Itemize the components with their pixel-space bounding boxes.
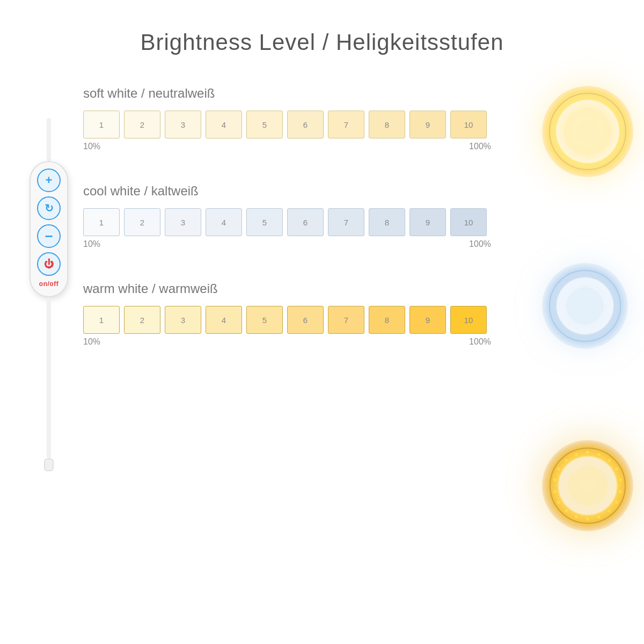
cool-white-min-percent: 10%: [83, 239, 100, 249]
cool-white-ring-outer: [542, 263, 628, 349]
warm-white-ring: [542, 440, 633, 531]
level-box: 7: [328, 208, 364, 236]
warm-white-percent-row: 10% 100%: [83, 337, 491, 347]
level-box: 10: [450, 306, 487, 334]
level-box: 5: [246, 208, 283, 236]
led-dot: [597, 515, 601, 518]
level-box: 1: [83, 111, 120, 138]
page-title: Brightness Level / Heligkeitsstufen: [0, 0, 644, 55]
soft-white-section: soft white / neutralweiß 1 2 3 4 5 6 7 8…: [83, 86, 555, 151]
led-dot: [615, 501, 618, 504]
warm-white-label: warm white / warmweiß: [83, 281, 555, 296]
led-dots: [542, 440, 633, 531]
level-box: 5: [246, 111, 283, 138]
brightness-up-button[interactable]: +: [37, 169, 61, 192]
level-box: 2: [124, 208, 160, 236]
cable-top: [47, 118, 51, 161]
led-dot: [615, 467, 618, 471]
level-box: 10: [450, 111, 487, 138]
level-box: 6: [287, 306, 324, 334]
level-box: 5: [246, 306, 283, 334]
soft-white-ring: [542, 86, 633, 177]
level-box: 4: [206, 306, 242, 334]
level-box: 8: [369, 111, 405, 138]
cool-white-max-percent: 100%: [469, 239, 491, 249]
level-box: 3: [165, 208, 201, 236]
cable-bottom: [47, 297, 51, 458]
level-box: 6: [287, 111, 324, 138]
power-icon: ⏻: [44, 259, 54, 269]
level-box: 9: [409, 208, 446, 236]
cool-white-section: cool white / kaltweiß 1 2 3 4 5 6 7 8 9 …: [83, 184, 555, 249]
soft-white-percent-row: 10% 100%: [83, 142, 491, 151]
level-box: 4: [206, 111, 242, 138]
remote-control: + ↻ − ⏻ on/off: [30, 118, 68, 471]
level-box: 3: [165, 111, 201, 138]
level-box: 2: [124, 111, 160, 138]
level-box: 6: [287, 208, 324, 236]
warm-white-ring-outer: [542, 440, 633, 531]
led-dot: [608, 459, 611, 462]
level-box: 10: [450, 208, 487, 236]
cool-white-ring: [542, 263, 633, 354]
led-dot: [557, 501, 560, 504]
soft-white-min-percent: 10%: [83, 142, 100, 151]
soft-white-levels: 1 2 3 4 5 6 7 8 9 10: [83, 111, 555, 138]
level-box: 8: [369, 208, 405, 236]
warm-white-min-percent: 10%: [83, 337, 100, 347]
cool-white-label: cool white / kaltweiß: [83, 184, 555, 199]
soft-white-max-percent: 100%: [469, 142, 491, 151]
power-button[interactable]: ⏻: [37, 252, 61, 276]
cycle-icon: ↻: [45, 203, 54, 214]
level-box: 8: [369, 306, 405, 334]
level-box: 9: [409, 111, 446, 138]
soft-white-ring-outer: [542, 86, 633, 177]
on-off-label: on/off: [39, 280, 58, 288]
led-dot: [557, 467, 560, 471]
cool-white-levels: 1 2 3 4 5 6 7 8 9 10: [83, 208, 555, 236]
warm-white-ring-light: [542, 440, 633, 531]
led-dot: [586, 517, 589, 521]
led-dot: [553, 490, 557, 493]
brightness-down-button[interactable]: −: [37, 224, 61, 248]
mode-cycle-button[interactable]: ↻: [37, 196, 61, 220]
cool-white-ring-light: [542, 263, 633, 354]
level-box: 1: [83, 306, 120, 334]
led-dot: [619, 478, 622, 481]
warm-white-section: warm white / warmweiß 1 2 3 4 5 6 7 8 9 …: [83, 281, 555, 347]
led-dot: [586, 451, 589, 454]
led-dot: [565, 509, 568, 513]
level-box: 1: [83, 208, 120, 236]
level-box: 9: [409, 306, 446, 334]
remote-body: + ↻ − ⏻ on/off: [30, 161, 68, 297]
warm-white-levels: 1 2 3 4 5 6 7 8 9 10: [83, 306, 555, 334]
led-dot: [619, 490, 622, 493]
led-dot: [608, 509, 611, 513]
level-box: 7: [328, 111, 364, 138]
led-dot: [597, 453, 601, 456]
level-box: 2: [124, 306, 160, 334]
warm-white-max-percent: 100%: [469, 337, 491, 347]
main-content: soft white / neutralweiß 1 2 3 4 5 6 7 8…: [83, 86, 555, 379]
soft-white-ring-light: [542, 86, 633, 177]
cool-white-percent-row: 10% 100%: [83, 239, 491, 249]
level-box: 4: [206, 208, 242, 236]
level-box: 7: [328, 306, 364, 334]
led-dot: [575, 453, 578, 456]
soft-white-label: soft white / neutralweiß: [83, 86, 555, 101]
level-box: 3: [165, 306, 201, 334]
plus-icon: +: [46, 174, 53, 186]
led-dot: [553, 478, 557, 481]
cable-plug: [44, 458, 54, 471]
led-dot: [565, 459, 568, 462]
led-dot: [575, 515, 578, 518]
